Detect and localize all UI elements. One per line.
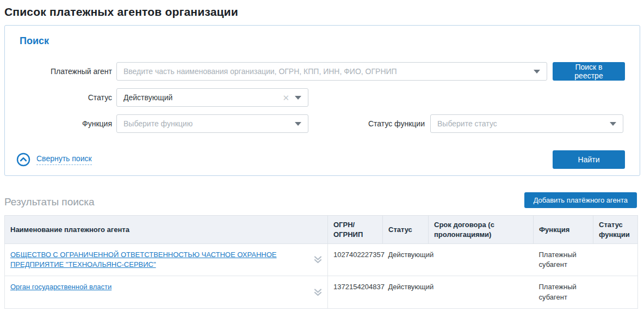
chevron-up-circle-icon[interactable] xyxy=(16,153,30,167)
header-contract-term: Срок договора (с пролонгациями) xyxy=(429,216,534,244)
expand-row-icon[interactable] xyxy=(313,288,323,296)
contract-term-cell xyxy=(429,276,534,308)
header-ogrn: ОГРН/ОГРНИП xyxy=(328,216,383,244)
status-cell: Действующий xyxy=(383,276,429,308)
agent-name-cell: ОБЩЕСТВО С ОГРАНИЧЕННОЙ ОТВЕТСТВЕННОСТЬЮ… xyxy=(5,244,328,276)
chevron-down-icon[interactable] xyxy=(534,70,540,74)
agent-row: Платежный агент Поиск в реестре xyxy=(5,62,625,81)
table-row: ОБЩЕСТВО С ОГРАНИЧЕННОЙ ОТВЕТСТВЕННОСТЬЮ… xyxy=(5,244,638,276)
find-button[interactable]: Найти xyxy=(553,150,625,169)
page: Список платежных агентов организации Пои… xyxy=(0,5,644,309)
collapse-search[interactable]: Свернуть поиск xyxy=(16,153,92,167)
function-status-cell xyxy=(593,244,638,276)
function-select[interactable]: Выберите функцию xyxy=(116,114,308,133)
agent-link[interactable]: ОБЩЕСТВО С ОГРАНИЧЕННОЙ ОТВЕТСТВЕННОСТЬЮ… xyxy=(10,251,277,269)
header-function-status: Статус функции xyxy=(593,216,638,244)
results-table: Наименование платежного агента ОГРН/ОГРН… xyxy=(4,215,638,309)
ogrn-cell: 1027402227357 xyxy=(328,244,383,276)
function-row: Функция Выберите функцию Статус функции … xyxy=(5,114,625,133)
function-placeholder: Выберите функцию xyxy=(117,119,293,128)
status-select[interactable]: Действующий ✕ xyxy=(116,88,308,107)
search-panel-footer: Свернуть поиск Найти xyxy=(5,150,625,169)
expand-row-icon[interactable] xyxy=(313,256,323,264)
function-status-label: Статус функции xyxy=(308,119,425,128)
function-status-select[interactable]: Выберите статус xyxy=(430,114,623,133)
chevron-down-icon[interactable] xyxy=(610,122,616,126)
status-cell: Действующий xyxy=(383,244,429,276)
agent-combobox[interactable] xyxy=(116,62,547,81)
status-value: Действующий xyxy=(117,93,282,102)
results-bar: Результаты поиска Добавить платёжного аг… xyxy=(4,192,637,208)
function-status-placeholder: Выберите статус xyxy=(431,119,608,128)
add-agent-button[interactable]: Добавить платёжного агента xyxy=(524,192,637,208)
ogrn-cell: 1372154204837 xyxy=(328,276,383,308)
contract-term-cell xyxy=(429,244,534,276)
function-cell: Платежный субагент xyxy=(534,276,593,308)
results-title: Результаты поиска xyxy=(4,196,95,208)
table-row: Орган государственной власти 13721542048… xyxy=(5,276,638,308)
function-cell: Платежный субагент xyxy=(534,244,593,276)
status-label: Статус xyxy=(5,93,112,102)
agent-name-cell: Орган государственной власти xyxy=(5,276,328,308)
status-row: Статус Действующий ✕ xyxy=(5,88,625,107)
agent-label: Платежный агент xyxy=(5,67,112,76)
table-header-row: Наименование платежного агента ОГРН/ОГРН… xyxy=(5,216,638,244)
agent-input[interactable] xyxy=(117,63,531,80)
search-panel-title: Поиск xyxy=(20,35,625,47)
search-panel: Поиск Платежный агент Поиск в реестре Ст… xyxy=(4,25,640,176)
function-label: Функция xyxy=(5,119,112,128)
function-status-cell xyxy=(593,276,638,308)
header-function: Функция xyxy=(534,216,593,244)
registry-search-button[interactable]: Поиск в реестре xyxy=(553,62,625,81)
chevron-down-icon[interactable] xyxy=(295,96,301,100)
agent-link[interactable]: Орган государственной власти xyxy=(10,283,112,291)
page-title: Список платежных агентов организации xyxy=(4,5,644,19)
header-status: Статус xyxy=(383,216,429,244)
chevron-down-icon[interactable] xyxy=(295,122,301,126)
header-agent-name: Наименование платежного агента xyxy=(5,216,328,244)
clear-icon[interactable]: ✕ xyxy=(282,94,289,102)
collapse-search-link[interactable]: Свернуть поиск xyxy=(36,154,92,165)
